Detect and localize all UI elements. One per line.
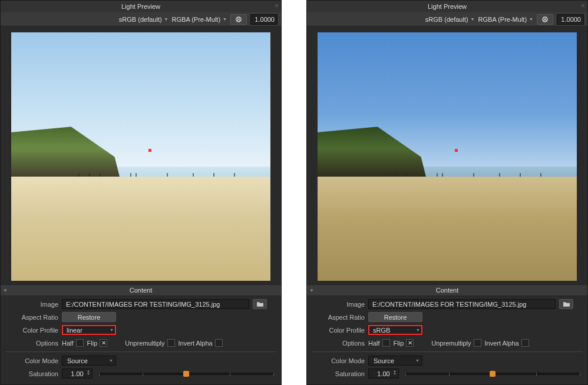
- chevron-down-icon: ▼: [471, 17, 475, 21]
- chevron-down-icon: ▼: [110, 328, 114, 332]
- invert-alpha-checkbox[interactable]: [521, 339, 529, 347]
- browse-folder-icon[interactable]: [559, 299, 573, 309]
- color-mode-label: Color Mode: [312, 357, 365, 364]
- image-label: Image: [312, 301, 365, 308]
- options-label: Options: [5, 340, 58, 347]
- browse-folder-icon[interactable]: [253, 299, 267, 309]
- unpremultiply-checkbox[interactable]: [167, 339, 175, 347]
- preview-viewport[interactable]: [1, 26, 281, 284]
- preview-viewport[interactable]: [307, 26, 587, 284]
- image-label: Image: [5, 301, 58, 308]
- channels-label: RGBA (Pre-Mult): [172, 16, 221, 23]
- aperture-icon[interactable]: [230, 14, 247, 25]
- display-profile-label: sRGB (default): [119, 16, 162, 23]
- sand: [318, 177, 577, 281]
- options-label: Options: [312, 340, 365, 347]
- invert-alpha-checkbox[interactable]: [215, 339, 223, 347]
- color-mode-label: Color Mode: [5, 357, 58, 364]
- divider: [312, 351, 583, 352]
- panel-titlebar: Light Preview ×: [307, 1, 587, 12]
- people: [318, 174, 577, 177]
- zoom-field[interactable]: 1.0000: [557, 14, 584, 25]
- preview-toolbar: sRGB (default) ▼ RGBA (Pre-Mult) ▼ 1.000…: [1, 12, 281, 26]
- content-header-label: Content: [436, 287, 459, 294]
- saturation-label: Saturation: [5, 370, 58, 377]
- close-icon[interactable]: ×: [581, 2, 585, 10]
- chevron-down-icon: ▼: [415, 359, 419, 363]
- zoom-field[interactable]: 1.0000: [250, 14, 278, 25]
- content-header-label: Content: [130, 287, 153, 294]
- panel-title: Light Preview: [121, 3, 160, 10]
- slider-knob[interactable]: [490, 371, 495, 377]
- sand: [11, 177, 270, 281]
- spinner-arrows-icon[interactable]: ▲▼: [87, 370, 90, 376]
- chevron-down-icon: ▼: [164, 17, 169, 21]
- color-mode-select[interactable]: Source ▼: [368, 356, 422, 366]
- aspect-label: Aspect Ratio: [5, 314, 58, 321]
- panel-title: Light Preview: [428, 3, 467, 10]
- color-profile-value: linear: [67, 327, 82, 334]
- flip-label: Flip: [87, 340, 98, 347]
- color-profile-select[interactable]: sRGB ▼: [368, 325, 422, 335]
- color-mode-select[interactable]: Source ▼: [62, 356, 116, 366]
- restore-button[interactable]: Restore: [62, 312, 116, 322]
- aperture-icon[interactable]: [537, 14, 553, 25]
- saturation-label: Saturation: [312, 370, 365, 377]
- flip-checkbox[interactable]: ✕: [406, 339, 414, 347]
- spinner-arrows-icon[interactable]: ▲▼: [393, 370, 397, 376]
- chevron-down-icon: ▼: [223, 17, 227, 21]
- saturation-value: 1.00: [71, 370, 83, 377]
- color-profile-label: Color Profile: [5, 327, 58, 334]
- invert-alpha-label: Invert Alpha: [485, 340, 519, 347]
- content-form: Image E:/CONTENT/IMAGES FOR TESTING/IMG_…: [307, 296, 587, 380]
- pick-marker[interactable]: [148, 149, 151, 152]
- saturation-slider[interactable]: [98, 373, 274, 375]
- flip-checkbox[interactable]: ✕: [100, 339, 107, 347]
- collapse-icon: ▼: [309, 288, 314, 293]
- half-checkbox[interactable]: [76, 339, 84, 347]
- color-profile-select[interactable]: linear ▼: [62, 325, 116, 335]
- chevron-down-icon: ▼: [529, 17, 533, 21]
- chevron-down-icon: ▼: [416, 328, 420, 332]
- content-form: Image E:/CONTENT/IMAGES FOR TESTING/IMG_…: [1, 296, 281, 380]
- people: [11, 174, 270, 177]
- color-mode-value: Source: [374, 357, 394, 364]
- flip-label: Flip: [394, 340, 404, 347]
- preview-image: [318, 32, 577, 281]
- collapse-icon: ▼: [3, 288, 8, 293]
- display-profile-dropdown[interactable]: sRGB (default) ▼: [119, 16, 169, 23]
- channels-dropdown[interactable]: RGBA (Pre-Mult) ▼: [478, 16, 533, 23]
- half-label: Half: [368, 340, 380, 347]
- unpremultiply-label: Unpremultiply: [431, 340, 471, 347]
- content-section-header[interactable]: ▼ Content: [307, 284, 587, 296]
- channels-label: RGBA (Pre-Mult): [478, 16, 527, 23]
- slider-knob[interactable]: [183, 371, 189, 377]
- divider: [5, 351, 276, 352]
- unpremultiply-label: Unpremultiply: [125, 340, 164, 347]
- half-checkbox[interactable]: [382, 339, 390, 347]
- display-profile-dropdown[interactable]: sRGB (default) ▼: [425, 16, 475, 23]
- aspect-label: Aspect Ratio: [312, 314, 365, 321]
- channels-dropdown[interactable]: RGBA (Pre-Mult) ▼: [172, 16, 227, 23]
- preview-image: [11, 32, 270, 281]
- unpremultiply-checkbox[interactable]: [474, 339, 481, 347]
- light-preview-panel: Light Preview × sRGB (default) ▼ RGBA (P…: [0, 0, 282, 385]
- saturation-field[interactable]: 1.00 ▲▼: [62, 369, 93, 379]
- color-mode-value: Source: [67, 357, 88, 364]
- close-icon[interactable]: ×: [275, 2, 279, 10]
- saturation-value: 1.00: [377, 370, 389, 377]
- display-profile-label: sRGB (default): [425, 16, 468, 23]
- color-profile-value: sRGB: [373, 327, 390, 334]
- invert-alpha-label: Invert Alpha: [179, 340, 213, 347]
- half-label: Half: [62, 340, 74, 347]
- pick-marker[interactable]: [455, 149, 458, 152]
- image-path-field[interactable]: E:/CONTENT/IMAGES FOR TESTING/IMG_3125.j…: [62, 299, 249, 309]
- chevron-down-icon: ▼: [109, 359, 113, 363]
- saturation-field[interactable]: 1.00 ▲▼: [368, 369, 399, 379]
- image-path-field[interactable]: E:/CONTENT/IMAGES FOR TESTING/IMG_3125.j…: [368, 299, 556, 309]
- panel-titlebar: Light Preview ×: [1, 1, 281, 12]
- content-section-header[interactable]: ▼ Content: [1, 284, 281, 296]
- saturation-slider[interactable]: [405, 373, 580, 375]
- restore-button[interactable]: Restore: [368, 312, 422, 322]
- light-preview-panel: Light Preview × sRGB (default) ▼ RGBA (P…: [306, 0, 588, 385]
